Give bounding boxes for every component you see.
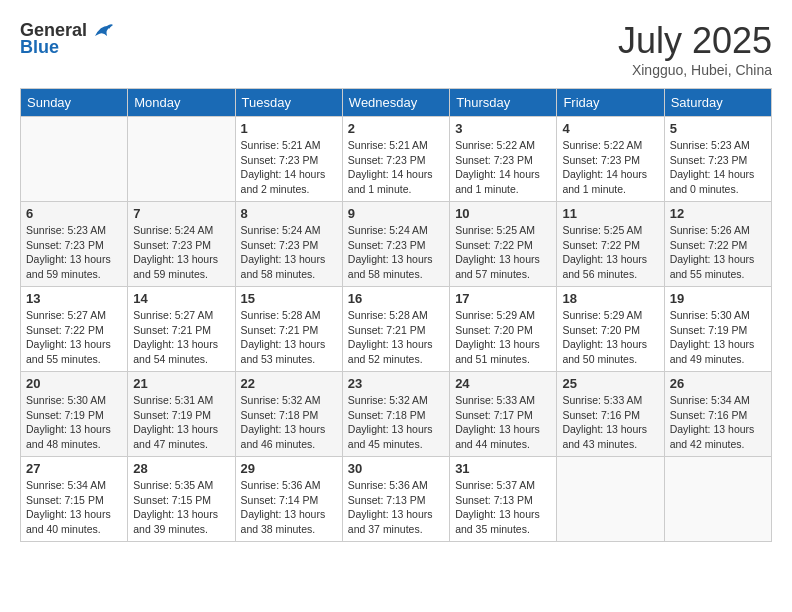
calendar-cell: 13Sunrise: 5:27 AM Sunset: 7:22 PM Dayli… [21,287,128,372]
calendar-cell: 17Sunrise: 5:29 AM Sunset: 7:20 PM Dayli… [450,287,557,372]
day-number: 31 [455,461,551,476]
calendar-cell: 26Sunrise: 5:34 AM Sunset: 7:16 PM Dayli… [664,372,771,457]
day-info: Sunrise: 5:28 AM Sunset: 7:21 PM Dayligh… [348,308,444,367]
day-info: Sunrise: 5:29 AM Sunset: 7:20 PM Dayligh… [562,308,658,367]
day-info: Sunrise: 5:24 AM Sunset: 7:23 PM Dayligh… [241,223,337,282]
page-header: General Blue July 2025 Xingguo, Hubei, C… [20,20,772,78]
day-info: Sunrise: 5:36 AM Sunset: 7:14 PM Dayligh… [241,478,337,537]
day-info: Sunrise: 5:36 AM Sunset: 7:13 PM Dayligh… [348,478,444,537]
day-number: 8 [241,206,337,221]
weekday-header-sunday: Sunday [21,89,128,117]
calendar-cell: 28Sunrise: 5:35 AM Sunset: 7:15 PM Dayli… [128,457,235,542]
day-number: 28 [133,461,229,476]
calendar-cell: 12Sunrise: 5:26 AM Sunset: 7:22 PM Dayli… [664,202,771,287]
day-number: 2 [348,121,444,136]
day-info: Sunrise: 5:30 AM Sunset: 7:19 PM Dayligh… [26,393,122,452]
day-number: 5 [670,121,766,136]
weekday-header-friday: Friday [557,89,664,117]
day-number: 18 [562,291,658,306]
day-number: 22 [241,376,337,391]
calendar-cell [128,117,235,202]
calendar-cell: 9Sunrise: 5:24 AM Sunset: 7:23 PM Daylig… [342,202,449,287]
calendar-cell: 29Sunrise: 5:36 AM Sunset: 7:14 PM Dayli… [235,457,342,542]
calendar-cell: 24Sunrise: 5:33 AM Sunset: 7:17 PM Dayli… [450,372,557,457]
day-number: 3 [455,121,551,136]
calendar-week-row: 1Sunrise: 5:21 AM Sunset: 7:23 PM Daylig… [21,117,772,202]
calendar-cell: 10Sunrise: 5:25 AM Sunset: 7:22 PM Dayli… [450,202,557,287]
day-number: 9 [348,206,444,221]
day-info: Sunrise: 5:22 AM Sunset: 7:23 PM Dayligh… [455,138,551,197]
weekday-header-tuesday: Tuesday [235,89,342,117]
day-info: Sunrise: 5:26 AM Sunset: 7:22 PM Dayligh… [670,223,766,282]
day-number: 11 [562,206,658,221]
calendar-cell: 18Sunrise: 5:29 AM Sunset: 7:20 PM Dayli… [557,287,664,372]
day-number: 17 [455,291,551,306]
day-number: 24 [455,376,551,391]
day-number: 10 [455,206,551,221]
day-info: Sunrise: 5:34 AM Sunset: 7:15 PM Dayligh… [26,478,122,537]
weekday-header-monday: Monday [128,89,235,117]
calendar-cell: 8Sunrise: 5:24 AM Sunset: 7:23 PM Daylig… [235,202,342,287]
calendar-cell: 6Sunrise: 5:23 AM Sunset: 7:23 PM Daylig… [21,202,128,287]
day-info: Sunrise: 5:21 AM Sunset: 7:23 PM Dayligh… [348,138,444,197]
day-info: Sunrise: 5:25 AM Sunset: 7:22 PM Dayligh… [562,223,658,282]
calendar-cell: 19Sunrise: 5:30 AM Sunset: 7:19 PM Dayli… [664,287,771,372]
day-number: 6 [26,206,122,221]
day-info: Sunrise: 5:30 AM Sunset: 7:19 PM Dayligh… [670,308,766,367]
day-info: Sunrise: 5:37 AM Sunset: 7:13 PM Dayligh… [455,478,551,537]
day-info: Sunrise: 5:27 AM Sunset: 7:22 PM Dayligh… [26,308,122,367]
calendar-week-row: 6Sunrise: 5:23 AM Sunset: 7:23 PM Daylig… [21,202,772,287]
day-info: Sunrise: 5:24 AM Sunset: 7:23 PM Dayligh… [133,223,229,282]
day-info: Sunrise: 5:28 AM Sunset: 7:21 PM Dayligh… [241,308,337,367]
calendar-cell: 7Sunrise: 5:24 AM Sunset: 7:23 PM Daylig… [128,202,235,287]
day-number: 25 [562,376,658,391]
calendar-week-row: 20Sunrise: 5:30 AM Sunset: 7:19 PM Dayli… [21,372,772,457]
day-number: 27 [26,461,122,476]
day-info: Sunrise: 5:23 AM Sunset: 7:23 PM Dayligh… [670,138,766,197]
day-info: Sunrise: 5:33 AM Sunset: 7:17 PM Dayligh… [455,393,551,452]
weekday-header-wednesday: Wednesday [342,89,449,117]
calendar-cell: 2Sunrise: 5:21 AM Sunset: 7:23 PM Daylig… [342,117,449,202]
day-number: 23 [348,376,444,391]
day-number: 21 [133,376,229,391]
day-info: Sunrise: 5:31 AM Sunset: 7:19 PM Dayligh… [133,393,229,452]
calendar-table: SundayMondayTuesdayWednesdayThursdayFrid… [20,88,772,542]
day-info: Sunrise: 5:34 AM Sunset: 7:16 PM Dayligh… [670,393,766,452]
calendar-cell: 4Sunrise: 5:22 AM Sunset: 7:23 PM Daylig… [557,117,664,202]
day-number: 26 [670,376,766,391]
calendar-cell: 16Sunrise: 5:28 AM Sunset: 7:21 PM Dayli… [342,287,449,372]
day-info: Sunrise: 5:32 AM Sunset: 7:18 PM Dayligh… [348,393,444,452]
day-info: Sunrise: 5:21 AM Sunset: 7:23 PM Dayligh… [241,138,337,197]
day-number: 14 [133,291,229,306]
weekday-header-thursday: Thursday [450,89,557,117]
day-info: Sunrise: 5:24 AM Sunset: 7:23 PM Dayligh… [348,223,444,282]
calendar-cell: 27Sunrise: 5:34 AM Sunset: 7:15 PM Dayli… [21,457,128,542]
calendar-cell [21,117,128,202]
calendar-cell: 11Sunrise: 5:25 AM Sunset: 7:22 PM Dayli… [557,202,664,287]
day-info: Sunrise: 5:29 AM Sunset: 7:20 PM Dayligh… [455,308,551,367]
calendar-cell [664,457,771,542]
calendar-week-row: 13Sunrise: 5:27 AM Sunset: 7:22 PM Dayli… [21,287,772,372]
location: Xingguo, Hubei, China [618,62,772,78]
day-number: 19 [670,291,766,306]
day-info: Sunrise: 5:25 AM Sunset: 7:22 PM Dayligh… [455,223,551,282]
title-block: July 2025 Xingguo, Hubei, China [618,20,772,78]
month-title: July 2025 [618,20,772,62]
day-number: 7 [133,206,229,221]
calendar-cell: 1Sunrise: 5:21 AM Sunset: 7:23 PM Daylig… [235,117,342,202]
calendar-cell: 25Sunrise: 5:33 AM Sunset: 7:16 PM Dayli… [557,372,664,457]
calendar-cell: 5Sunrise: 5:23 AM Sunset: 7:23 PM Daylig… [664,117,771,202]
calendar-cell: 14Sunrise: 5:27 AM Sunset: 7:21 PM Dayli… [128,287,235,372]
day-number: 20 [26,376,122,391]
day-info: Sunrise: 5:33 AM Sunset: 7:16 PM Dayligh… [562,393,658,452]
weekday-header-saturday: Saturday [664,89,771,117]
calendar-cell: 3Sunrise: 5:22 AM Sunset: 7:23 PM Daylig… [450,117,557,202]
day-number: 4 [562,121,658,136]
day-number: 30 [348,461,444,476]
day-info: Sunrise: 5:22 AM Sunset: 7:23 PM Dayligh… [562,138,658,197]
calendar-cell: 31Sunrise: 5:37 AM Sunset: 7:13 PM Dayli… [450,457,557,542]
day-info: Sunrise: 5:32 AM Sunset: 7:18 PM Dayligh… [241,393,337,452]
calendar-cell [557,457,664,542]
calendar-cell: 15Sunrise: 5:28 AM Sunset: 7:21 PM Dayli… [235,287,342,372]
day-number: 13 [26,291,122,306]
